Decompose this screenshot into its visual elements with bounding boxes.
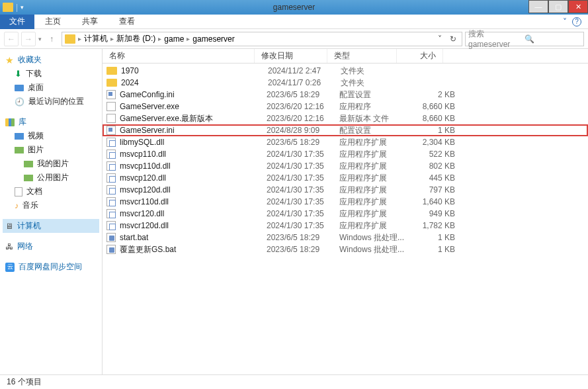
minimize-button[interactable]: — <box>528 0 548 13</box>
baidu-icon: 云 <box>5 263 15 272</box>
ribbon-tab-view[interactable]: 查看 <box>108 14 146 29</box>
file-size: 802 KB <box>409 161 455 171</box>
ribbon-file-tab[interactable]: 文件 <box>0 15 34 29</box>
file-size: 797 KB <box>409 185 455 194</box>
search-placeholder: 搜索 gameserver <box>468 28 525 49</box>
file-date: 2023/6/5 18:29 <box>267 245 339 254</box>
sidebar-item-recent[interactable]: 🕘最近访问的位置 <box>3 95 99 108</box>
help-icon[interactable]: ? <box>572 17 581 26</box>
sidebar-item-pubpictures[interactable]: 公用图片 <box>3 171 99 185</box>
file-row[interactable]: msvcr120.dll2024/1/30 17:35应用程序扩展949 KB <box>103 208 588 220</box>
music-icon: ♪ <box>15 201 19 210</box>
file-date: 2024/1/30 17:35 <box>267 209 339 218</box>
file-size: 2 KB <box>409 90 455 99</box>
dll-icon <box>106 138 116 147</box>
file-row[interactable]: 20242024/11/7 0:26文件夹 <box>103 77 588 89</box>
file-row[interactable]: msvcp120d.dll2024/1/30 17:35应用程序扩展797 KB <box>103 184 588 196</box>
file-row[interactable]: GameConfig.ini2023/6/5 18:29配置设置2 KB <box>103 89 588 101</box>
file-name: libmySQL.dll <box>120 138 267 147</box>
sidebar-network[interactable]: 🖧网络 <box>3 239 99 253</box>
file-name: GameConfig.ini <box>120 90 267 99</box>
col-type[interactable]: 类型 <box>327 49 397 63</box>
sidebar-item-mypictures[interactable]: 我的图片 <box>3 157 99 171</box>
file-name: GameServer.exe.最新版本 <box>120 113 267 124</box>
nav-up-button[interactable]: ↑ <box>44 32 59 46</box>
file-row[interactable]: GameServer.exe2023/6/20 12:16应用程序8,660 K… <box>103 101 588 112</box>
file-row[interactable]: libmySQL.dll2023/6/5 18:29应用程序扩展2,304 KB <box>103 136 588 148</box>
crumb-volume[interactable]: 新加卷 (D:) <box>116 33 155 44</box>
sidebar-computer[interactable]: 🖥计算机 <box>3 219 99 233</box>
file-name: msvcp110d.dll <box>120 161 267 171</box>
library-icon <box>5 118 15 126</box>
file-size: 1,640 KB <box>409 197 455 206</box>
ribbon-tab-home[interactable]: 主页 <box>34 14 71 29</box>
file-date: 2024/1/30 17:35 <box>267 161 339 171</box>
file-size: 1 KB <box>409 126 455 135</box>
chevron-right-icon[interactable]: ▸ <box>187 35 190 42</box>
sidebar-item-desktop[interactable]: 桌面 <box>3 81 99 95</box>
folder-icon <box>106 67 117 75</box>
file-name: msvcp120.dll <box>120 173 267 183</box>
file-row[interactable]: start.bat2023/6/5 18:29Windows 批处理...1 K… <box>103 232 588 243</box>
file-type: Windows 批处理... <box>339 244 409 255</box>
search-icon: 🔍 <box>525 34 581 44</box>
sidebar-item-videos[interactable]: 视频 <box>3 129 99 143</box>
col-date[interactable]: 修改日期 <box>255 49 327 63</box>
dll-icon <box>106 197 116 206</box>
sidebar: ★收藏夹 ⬇下载 桌面 🕘最近访问的位置 库 视频 图片 我的图片 公用图片 文… <box>0 49 103 385</box>
ribbon-tab-share[interactable]: 共享 <box>71 14 108 29</box>
file-type: 文件夹 <box>341 77 410 89</box>
ribbon-expand-icon[interactable]: ˅ <box>563 17 567 26</box>
address-bar[interactable]: ▸ 计算机 ▸ 新加卷 (D:) ▸ game ▸ gameserver ˅ ↻ <box>62 32 462 46</box>
file-size: 949 KB <box>409 209 455 218</box>
col-name[interactable]: 名称 <box>103 49 255 63</box>
file-type: 应用程序扩展 <box>339 208 409 220</box>
chevron-right-icon[interactable]: ▸ <box>110 35 114 42</box>
chevron-right-icon[interactable]: ▸ <box>158 35 161 42</box>
file-row[interactable]: msvcp120.dll2024/1/30 17:35应用程序扩展445 KB <box>103 172 588 184</box>
dll-icon <box>106 161 116 171</box>
ribbon: 文件 主页 共享 查看 ˅ ? <box>0 15 588 29</box>
crumb-computer[interactable]: 计算机 <box>84 33 108 44</box>
file-size: 445 KB <box>409 173 455 183</box>
file-date: 2023/6/5 18:29 <box>267 90 339 99</box>
file-name: msvcr120.dll <box>120 209 267 218</box>
nav-recent-icon[interactable]: ▾ <box>38 36 42 42</box>
chevron-right-icon[interactable]: ▸ <box>78 35 81 42</box>
dll-icon <box>106 150 116 159</box>
sidebar-item-music[interactable]: ♪音乐 <box>3 198 99 212</box>
file-date: 2024/8/28 9:09 <box>267 126 339 135</box>
file-row[interactable]: msvcp110.dll2024/1/30 17:35应用程序扩展522 KB <box>103 148 588 160</box>
maximize-button[interactable]: ▢ <box>548 0 568 13</box>
file-row[interactable]: msvcr120d.dll2024/1/30 17:35应用程序扩展1,782 … <box>103 220 588 232</box>
search-input[interactable]: 搜索 gameserver 🔍 <box>465 32 584 46</box>
nav-back-button[interactable]: ← <box>4 32 19 46</box>
column-headers: 名称 修改日期 类型 大小 <box>103 49 588 64</box>
crumb-gameserver[interactable]: gameserver <box>192 34 234 44</box>
file-row[interactable]: GameServer.ini2024/8/28 9:09配置设置1 KB <box>103 124 588 136</box>
file-row[interactable]: msvcr110d.dll2024/1/30 17:35应用程序扩展1,640 … <box>103 196 588 208</box>
file-row[interactable]: msvcp110d.dll2024/1/30 17:35应用程序扩展802 KB <box>103 160 588 172</box>
crumb-game[interactable]: game <box>164 34 184 44</box>
sidebar-item-documents[interactable]: 文档 <box>3 185 99 198</box>
file-date: 2023/6/20 12:16 <box>267 102 339 111</box>
sidebar-baidu[interactable]: 云百度网盘同步空间 <box>3 260 99 274</box>
file-row[interactable]: GameServer.exe.最新版本2023/6/20 12:16最新版本 文… <box>103 112 588 124</box>
nav-forward-button[interactable]: → <box>21 32 36 46</box>
file-size: 1 KB <box>409 233 455 242</box>
col-size[interactable]: 大小 <box>397 49 443 63</box>
file-row[interactable]: 覆盖更新GS.bat2023/6/5 18:29Windows 批处理...1 … <box>103 243 588 255</box>
close-button[interactable]: ✕ <box>568 0 588 13</box>
qat-down-icon[interactable]: ▾ <box>21 4 24 11</box>
bat-icon <box>106 233 116 242</box>
sidebar-libraries[interactable]: 库 <box>3 115 99 129</box>
sidebar-favorites[interactable]: ★收藏夹 <box>3 53 99 67</box>
sidebar-item-pictures[interactable]: 图片 <box>3 143 99 157</box>
download-icon: ⬇ <box>15 69 22 79</box>
file-type: 最新版本 文件 <box>339 113 409 124</box>
refresh-icon[interactable]: ↻ <box>447 33 459 45</box>
file-row[interactable]: 19702024/11/2 2:47文件夹 <box>103 65 588 77</box>
file-date: 2024/1/30 17:35 <box>267 150 339 159</box>
address-dropdown-icon[interactable]: ˅ <box>434 33 446 45</box>
sidebar-item-downloads[interactable]: ⬇下载 <box>3 67 99 81</box>
